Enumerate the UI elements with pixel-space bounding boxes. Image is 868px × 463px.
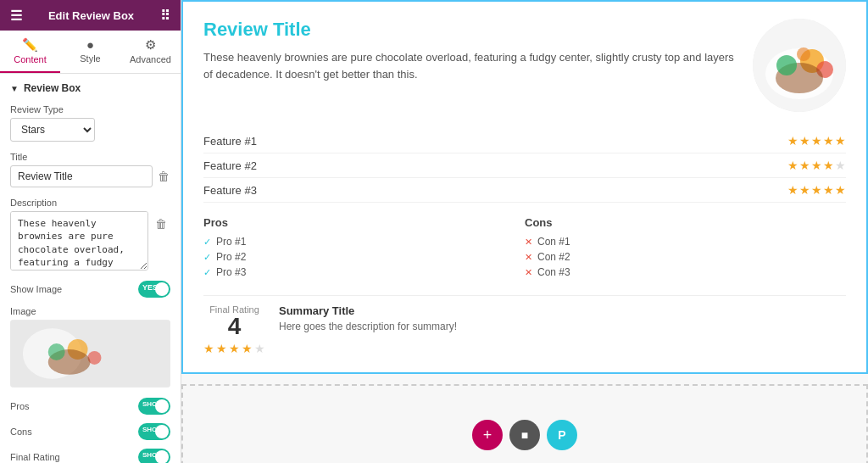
tab-advanced[interactable]: ⚙ Advanced: [120, 31, 181, 73]
star: ★: [811, 183, 822, 197]
review-title: Review Title: [203, 19, 736, 41]
pros-cons-section: Pros ✓ Pro #1 ✓ Pro #2 ✓ Pro #3 Cons ✕: [203, 216, 846, 282]
review-description: These heavenly brownies are pure chocola…: [203, 49, 736, 82]
star: ★: [811, 134, 822, 148]
stop-btn[interactable]: ■: [509, 420, 540, 450]
tab-bar: ✏️ Content ● Style ⚙ Advanced: [0, 31, 181, 74]
title-label: Title: [10, 152, 170, 162]
con-item-2: ✕ Con #2: [525, 251, 846, 263]
cons-label: Cons: [10, 427, 32, 437]
drop-zone-buttons: + ■ P: [472, 420, 577, 450]
cons-title: Cons: [525, 216, 846, 229]
star-half: ★: [835, 183, 846, 197]
svg-point-11: [776, 55, 797, 75]
description-field: Description These heavenly brownies are …: [10, 198, 170, 271]
rating-number-box: Final Rating 4 ★ ★ ★ ★ ★: [203, 304, 265, 355]
advanced-icon: ⚙: [145, 37, 156, 53]
show-image-label: Show Image: [10, 284, 62, 294]
star: ★: [216, 342, 227, 355]
pros-title: Pros: [203, 216, 525, 229]
description-input[interactable]: These heavenly brownies are pure chocola…: [10, 211, 148, 271]
review-image: [753, 19, 846, 112]
x-icon: ✕: [525, 267, 532, 278]
cons-column: Cons ✕ Con #1 ✕ Con #2 ✕ Con #3: [525, 216, 846, 282]
feature-row-2: Feature #2 ★ ★ ★ ★ ★: [203, 153, 846, 178]
feature-row-1: Feature #1 ★ ★ ★ ★ ★: [203, 129, 846, 153]
pro-item-2: ✓ Pro #2: [203, 251, 525, 263]
star: ★: [811, 159, 822, 172]
star: ★: [823, 134, 834, 148]
title-field: Title 🗑: [10, 152, 170, 187]
star: ★: [799, 134, 810, 148]
final-rating-toggle[interactable]: SHOW: [138, 449, 170, 463]
panel-content: ▼ Review Box Review Type Stars Points Pe…: [0, 74, 181, 463]
con-item-1: ✕ Con #1: [525, 236, 846, 248]
pros-label: Pros: [10, 401, 30, 411]
pros-toggle[interactable]: SHOW: [138, 398, 170, 415]
star: ★: [229, 342, 240, 355]
star: ★: [799, 183, 810, 197]
check-icon: ✓: [203, 237, 211, 248]
panel-title: Edit Review Box: [48, 9, 134, 22]
show-image-toggle[interactable]: YES: [138, 281, 170, 298]
cons-toggle[interactable]: SHOW: [138, 423, 170, 440]
star: ★: [823, 183, 834, 197]
chevron-icon: ▼: [10, 84, 19, 93]
final-rating-box: Final Rating 4 ★ ★ ★ ★ ★ Summary Title H…: [203, 295, 846, 355]
star: ★: [835, 134, 846, 148]
feature-1-stars: ★ ★ ★ ★ ★: [787, 134, 846, 148]
content-icon: ✏️: [22, 37, 38, 53]
final-rating-label: Final Rating: [10, 452, 60, 462]
image-field: Image: [10, 306, 170, 388]
cons-row: Cons SHOW: [10, 423, 170, 440]
style-icon: ●: [86, 37, 94, 52]
pro-item-3: ✓ Pro #3: [203, 266, 525, 278]
pros-column: Pros ✓ Pro #1 ✓ Pro #2 ✓ Pro #3: [203, 216, 525, 282]
review-type-field: Review Type Stars Points Percentage: [10, 104, 170, 142]
star: ★: [799, 159, 810, 172]
star-empty: ★: [835, 159, 846, 172]
star: ★: [787, 183, 798, 197]
review-type-select[interactable]: Stars Points Percentage: [10, 118, 95, 142]
feature-row-3: Feature #3 ★ ★ ★ ★ ★: [203, 178, 846, 203]
summary-column: Summary Title Here goes the description …: [279, 304, 846, 332]
check-icon: ✓: [203, 252, 211, 263]
x-icon: ✕: [525, 252, 532, 263]
summary-desc: Here goes the description for summary!: [279, 321, 846, 332]
summary-title: Summary Title: [279, 304, 846, 317]
feature-3-label: Feature #3: [203, 184, 257, 197]
final-rating-number: 4: [228, 315, 242, 338]
title-delete-btn[interactable]: 🗑: [156, 165, 170, 187]
feature-3-stars: ★ ★ ★ ★ ★: [787, 183, 846, 197]
svg-point-12: [797, 47, 810, 61]
final-rating-row: Final Rating SHOW: [10, 449, 170, 463]
review-box: Review Title These heavenly brownies are…: [181, 0, 868, 374]
image-label: Image: [10, 306, 170, 316]
star: ★: [787, 134, 798, 148]
left-panel: ☰ Edit Review Box ⠿ ✏️ Content ● Style ⚙…: [0, 0, 181, 463]
show-image-row: Show Image YES: [10, 281, 170, 298]
grid-icon[interactable]: ⠿: [160, 8, 170, 24]
x-icon: ✕: [525, 237, 532, 248]
section-review-box[interactable]: ▼ Review Box: [10, 82, 170, 94]
pro-item-1: ✓ Pro #1: [203, 236, 525, 248]
con-item-3: ✕ Con #3: [525, 266, 846, 278]
final-rating-stars: ★ ★ ★ ★ ★: [203, 342, 265, 355]
tab-content[interactable]: ✏️ Content: [0, 31, 60, 73]
drop-zone: + ■ P Drag widget here: [181, 384, 868, 463]
feature-1-label: Feature #1: [203, 135, 257, 148]
review-header: Review Title These heavenly brownies are…: [203, 19, 846, 112]
tab-style[interactable]: ● Style: [60, 31, 120, 73]
description-label: Description: [10, 198, 170, 208]
right-panel: Review Title These heavenly brownies are…: [181, 0, 868, 463]
desc-delete-btn[interactable]: 🗑: [152, 213, 170, 235]
features-section: Feature #1 ★ ★ ★ ★ ★ Feature #2 ★ ★ ★ ★ …: [203, 129, 846, 203]
title-input[interactable]: [10, 165, 153, 187]
feature-2-stars: ★ ★ ★ ★ ★: [787, 159, 846, 172]
star: ★: [203, 342, 214, 355]
p-btn[interactable]: P: [547, 420, 577, 450]
hamburger-icon[interactable]: ☰: [10, 8, 22, 24]
star: ★: [787, 159, 798, 172]
add-widget-btn[interactable]: +: [472, 420, 503, 450]
review-type-label: Review Type: [10, 104, 170, 114]
